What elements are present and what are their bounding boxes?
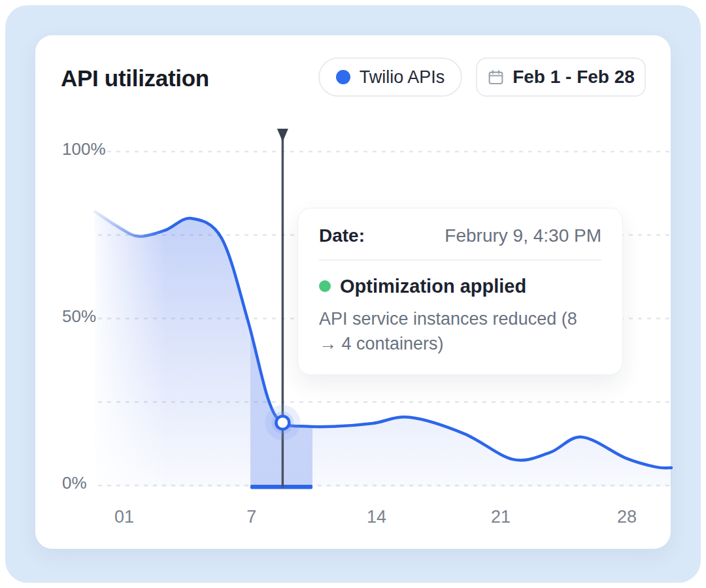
y-tick-label: 50% — [62, 306, 96, 327]
event-marker-triangle-icon — [277, 129, 288, 142]
event-marker-point[interactable] — [276, 416, 289, 429]
x-tick-label: 28 — [601, 507, 653, 527]
y-tick-label: 0% — [62, 473, 87, 493]
x-tick-label: 7 — [226, 507, 278, 527]
tooltip-date-value: Februry 9, 4:30 PM — [445, 225, 601, 246]
tooltip-divider — [319, 259, 601, 261]
tooltip-event-description: API service instances reduced (8 → 4 con… — [319, 306, 597, 356]
x-tick-label: 01 — [98, 507, 150, 527]
tooltip-event-row: Optimization applied — [319, 275, 601, 297]
x-tick-label: 21 — [475, 507, 527, 527]
y-tick-label: 100% — [62, 139, 106, 159]
api-utilization-widget: API utilization Twilio APIs Feb 1 - Feb … — [0, 0, 706, 588]
tooltip-date-row: Date: Februry 9, 4:30 PM — [319, 225, 601, 252]
x-tick-label: 14 — [350, 507, 403, 527]
tooltip-event-title: Optimization applied — [340, 276, 526, 297]
tooltip-date-label: Date: — [319, 225, 365, 246]
event-tooltip: Date: Februry 9, 4:30 PM Optimization ap… — [297, 208, 623, 375]
event-status-dot-icon — [319, 280, 331, 292]
baseline-bar — [250, 485, 312, 489]
